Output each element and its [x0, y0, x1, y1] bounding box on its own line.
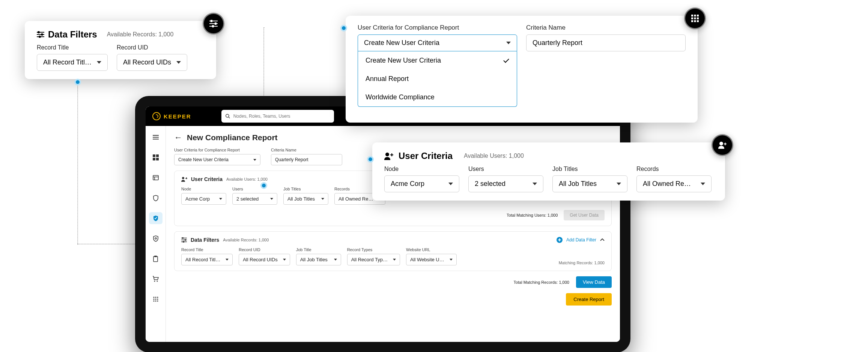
sidebar-dashboard-icon[interactable]	[149, 151, 162, 163]
node-dropdown[interactable]: Acme Corp	[181, 193, 226, 205]
sidebar	[146, 126, 166, 342]
data-panel-title: Data Filters	[191, 237, 219, 243]
users-dropdown[interactable]: 2 selected	[468, 175, 543, 192]
svg-point-35	[185, 240, 186, 241]
sidebar-menu-icon[interactable]	[149, 131, 162, 143]
sidebar-apps-icon[interactable]	[149, 293, 162, 305]
user-icon	[384, 152, 393, 160]
svg-rect-8	[156, 154, 159, 157]
sliders-icon	[203, 13, 224, 34]
user-icon	[712, 134, 733, 156]
svg-rect-55	[691, 18, 693, 19]
job-titles-dropdown[interactable]: All Job Titles	[283, 193, 328, 205]
record-title-dropdown[interactable]: All Record Titl…	[37, 54, 108, 71]
callout-subtitle: Available Users: 1,000	[464, 153, 524, 159]
get-user-data-button[interactable]: Get User Data	[564, 210, 605, 220]
svg-rect-52	[691, 15, 693, 16]
node-label: Node	[384, 166, 459, 172]
sidebar-shield-icon[interactable]	[149, 192, 162, 204]
data-panel-sub: Available Records: 1,000	[223, 238, 269, 242]
criteria-label: User Criteria for Compliance Report	[174, 148, 260, 152]
callout-data-filters: Data Filters Available Records: 1,000 Re…	[25, 21, 216, 79]
svg-point-61	[719, 142, 723, 145]
criteria-dropdown-menu: Create New User Criteria Annual Report W…	[358, 51, 517, 107]
tablet-frame: KEEPER john@acme-demo.com	[135, 96, 630, 352]
record-uid-dropdown[interactable]: All Record UIDs	[239, 254, 290, 265]
logo-icon	[152, 112, 161, 120]
total-matching-text: Total Matching Records: 1,000	[513, 280, 569, 285]
app-logo: KEEPER	[152, 112, 191, 120]
users-dropdown[interactable]: 2 selected	[232, 193, 277, 205]
svg-point-21	[157, 297, 158, 298]
svg-point-20	[155, 297, 156, 298]
criteria-dropdown[interactable]: Create New User Criteria	[174, 154, 260, 165]
create-report-button[interactable]: Create Report	[566, 293, 612, 306]
svg-point-24	[157, 298, 158, 300]
check-icon	[502, 58, 509, 63]
website-url-label: Website URL	[406, 247, 457, 252]
svg-rect-57	[697, 18, 699, 19]
sidebar-cart-icon[interactable]	[149, 273, 162, 285]
record-uid-dropdown[interactable]: All Record UIDs	[117, 54, 187, 71]
sidebar-shield-gear-icon[interactable]	[149, 232, 162, 244]
logo-text: KEEPER	[164, 113, 191, 120]
sliders-icon	[37, 31, 44, 38]
view-data-button[interactable]: View Data	[576, 276, 612, 288]
svg-point-17	[154, 281, 155, 282]
chevron-down-icon	[506, 42, 511, 44]
svg-rect-9	[153, 158, 155, 160]
users-label: Users	[232, 187, 277, 191]
svg-point-25	[153, 300, 154, 301]
search-input[interactable]	[221, 110, 334, 123]
matching-users-text: Total Matching Users: 1,000	[507, 213, 558, 217]
criteria-name-input[interactable]: Quarterly Report	[526, 34, 686, 51]
page-title: New Compliance Report	[187, 133, 278, 142]
svg-point-28	[182, 177, 184, 179]
plus-circle-icon	[557, 237, 563, 243]
search-field[interactable]	[233, 114, 330, 119]
svg-rect-60	[697, 20, 699, 22]
record-title-label: Record Title	[181, 247, 233, 252]
sidebar-shield-check-icon[interactable]	[149, 212, 162, 224]
criteria-option[interactable]: Create New User Criteria	[358, 51, 517, 70]
chevron-down-icon	[253, 159, 256, 161]
record-types-label: Record Types	[347, 247, 400, 252]
sidebar-clipboard-icon[interactable]	[149, 253, 162, 265]
records-dropdown[interactable]: All Owned Re…	[636, 175, 712, 192]
svg-rect-10	[156, 158, 159, 160]
job-titles-dropdown[interactable]: All Job Titles	[552, 175, 627, 192]
record-uid-label: Record UID	[117, 44, 187, 51]
job-title-label: Job Title	[296, 247, 341, 252]
matching-records-text: Matching Records: 1,000	[559, 261, 605, 265]
svg-point-19	[153, 297, 154, 298]
back-arrow-icon[interactable]: ←	[174, 133, 182, 142]
svg-point-18	[157, 281, 158, 282]
svg-rect-16	[155, 256, 156, 257]
svg-point-27	[157, 300, 158, 301]
node-dropdown[interactable]: Acme Corp	[384, 175, 459, 192]
criteria-option[interactable]: Worldwide Compliance	[358, 88, 517, 106]
svg-point-34	[182, 238, 184, 239]
record-title-dropdown[interactable]: All Record Titl…	[181, 254, 233, 265]
data-filters-panel: Data Filters Available Records: 1,000 Ad…	[174, 231, 612, 271]
svg-rect-66	[391, 153, 392, 156]
svg-rect-11	[153, 175, 158, 180]
criteria-name-input[interactable]: Quarterly Report	[271, 154, 342, 165]
chevron-down-icon	[176, 61, 181, 64]
callout-subtitle: Available Records: 1,000	[107, 31, 174, 38]
job-title-dropdown[interactable]: All Job Titles	[296, 254, 341, 265]
record-types-dropdown[interactable]: All Record Typ…	[347, 254, 400, 265]
svg-point-0	[226, 114, 229, 117]
callout-user-criteria: User Criteria Available Users: 1,000 Nod…	[372, 142, 725, 201]
website-url-dropdown[interactable]: All Website U…	[406, 254, 457, 265]
svg-point-23	[155, 298, 156, 300]
sidebar-window-icon[interactable]	[149, 172, 162, 184]
add-data-filter-link[interactable]: Add Data Filter	[566, 237, 596, 243]
job-titles-label: Job Titles	[552, 166, 627, 172]
chevron-up-icon[interactable]	[600, 238, 605, 241]
record-title-label: Record Title	[37, 44, 108, 51]
svg-rect-56	[694, 18, 696, 19]
criteria-option[interactable]: Annual Report	[358, 70, 517, 88]
criteria-dropdown[interactable]: Create New User Criteria	[358, 34, 517, 51]
svg-line-1	[228, 117, 230, 118]
